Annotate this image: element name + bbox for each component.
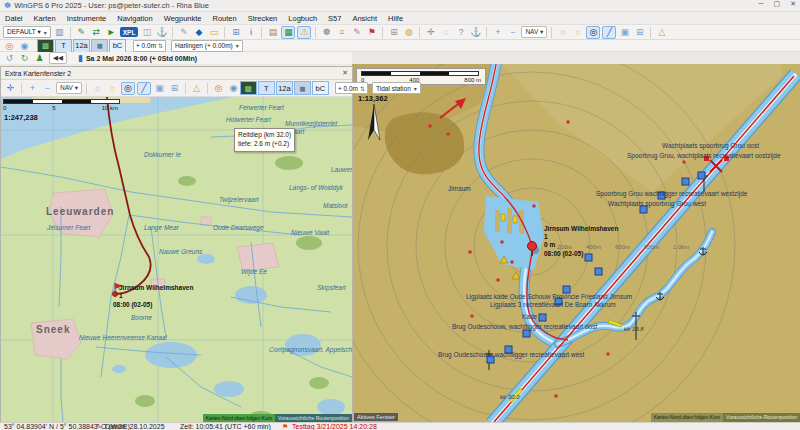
new-chart-window-icon[interactable]: ▣ xyxy=(618,26,631,38)
close-icon[interactable]: ✕ xyxy=(342,69,348,77)
gps-link-icon[interactable]: ⇄ xyxy=(90,26,103,38)
menu-item[interactable]: Datei xyxy=(5,14,23,23)
layers-icon[interactable]: ◉ xyxy=(18,40,31,52)
split-view-icon[interactable]: ⊞ xyxy=(387,26,400,38)
daylight-icon[interactable]: ☼ xyxy=(91,82,104,94)
tide-fill-toggle[interactable]: ■ xyxy=(294,81,311,95)
buoy-icon[interactable]: △ xyxy=(655,26,668,38)
menu-item[interactable]: Navigation xyxy=(117,14,152,23)
extra-window-icon[interactable]: ⊞ xyxy=(633,26,646,38)
tide-offset-spinner[interactable]: + 0.0m xyxy=(133,40,166,52)
close-button[interactable]: ✕ xyxy=(790,0,796,8)
harbour-icon[interactable]: ⚓ xyxy=(155,26,168,38)
tidal-station-dropdown[interactable]: Tidal station xyxy=(372,82,421,94)
follow-route-icon[interactable]: ╱ xyxy=(137,82,151,95)
tide-offset-spinner[interactable]: + 0.0m xyxy=(335,82,368,94)
mob-icon[interactable]: ✛ xyxy=(424,26,437,38)
skip-to-start-button[interactable]: ◀◀ xyxy=(49,52,67,64)
route-erase-icon[interactable]: ▭ xyxy=(207,26,220,38)
autopilot-icon[interactable]: ☸ xyxy=(320,26,333,38)
topo-map[interactable]: Ferwerter FeartHolwerter FeartStroobosse… xyxy=(1,97,352,423)
route-edit-icon[interactable]: ✎ xyxy=(177,26,190,38)
night-icon[interactable]: ☼ xyxy=(571,26,584,38)
minimize-button[interactable]: ─ xyxy=(759,0,764,8)
map-label: 08:00 (02-05) xyxy=(113,302,152,309)
profile-dropdown[interactable]: DEFAULT ▾ xyxy=(3,26,51,38)
maximize-button[interactable]: ▢ xyxy=(774,0,781,8)
chart-copy-icon[interactable]: ▣ xyxy=(153,82,166,94)
map-label: 08:00 (02-05) xyxy=(544,251,583,258)
main-chart-window[interactable]: Wachtplaats spoorbrug Grou oostSpoorbrug… xyxy=(352,64,800,422)
menu-item[interactable]: Logbuch xyxy=(288,14,317,23)
almanac-icon[interactable]: ▤ xyxy=(266,26,279,38)
zoom-out-icon[interactable]: − xyxy=(506,26,519,38)
tide-12-toggle[interactable]: 12a xyxy=(276,81,293,95)
tide-pattern-toggle[interactable]: ▩ xyxy=(240,81,257,95)
simulate-person-icon[interactable]: ♟ xyxy=(33,52,46,64)
menu-item[interactable]: Instrumente xyxy=(67,14,107,23)
menu-item[interactable]: Wegpunkte xyxy=(164,14,202,23)
tide-bc-toggle[interactable]: bC xyxy=(109,39,126,53)
tide-bc-toggle[interactable]: bC xyxy=(312,81,329,95)
zoom-in-icon[interactable]: + xyxy=(491,26,504,38)
time-slider-marker[interactable]: ▮ xyxy=(78,53,83,63)
flag-icon[interactable]: ⚑ xyxy=(365,26,378,38)
search-icon[interactable]: ◌ xyxy=(439,26,452,38)
extra-window-header[interactable]: Extra Kartenfenster 2 ✕ xyxy=(1,67,352,80)
tide-text-toggle[interactable]: T xyxy=(258,81,275,95)
tide-station-dropdown[interactable]: Harlingen (+ 0.00m) xyxy=(171,40,243,52)
chart-add-icon[interactable]: ⊞ xyxy=(168,82,181,94)
chart-scale-ratio: 1:13,362 xyxy=(358,94,388,103)
anchor-alarm-icon[interactable]: ⚓ xyxy=(469,26,482,38)
tooltip-line2: tiefe: 2.6 m (+0.2) xyxy=(238,140,291,149)
night-icon[interactable]: ☼ xyxy=(106,82,119,94)
ring-label: 200m xyxy=(557,244,572,250)
logbook-icon[interactable]: ≡ xyxy=(335,26,348,38)
map-label: Twijzelervaart xyxy=(219,197,259,204)
instrument-panel-icon[interactable]: ▥ xyxy=(53,26,66,38)
tide-12-toggle[interactable]: 12a xyxy=(73,39,90,53)
grib-icon[interactable]: ▦ xyxy=(281,26,295,39)
xpl-button[interactable]: XPL xyxy=(120,27,139,37)
menu-item[interactable]: Hilfe xyxy=(388,14,403,23)
help-icon[interactable]: ? xyxy=(454,26,467,38)
map-label: Langs- of Wolddyk xyxy=(289,185,343,192)
route-info-icon[interactable]: i xyxy=(244,26,257,38)
start-navigation-icon[interactable]: ► xyxy=(105,26,118,38)
nav-dropdown[interactable]: NAV ▾ xyxy=(56,82,82,94)
menu-item[interactable]: Routen xyxy=(213,14,237,23)
tide-fill-toggle[interactable]: ■ xyxy=(91,39,108,53)
zoom-out-icon[interactable]: − xyxy=(41,82,54,94)
route-plan-icon[interactable]: ✎ xyxy=(75,26,88,38)
layers-icon[interactable]: ◉ xyxy=(227,82,240,94)
center-vessel-icon[interactable]: ◎ xyxy=(586,26,600,39)
time-back-icon[interactable]: ↺ xyxy=(3,52,16,64)
extra-chart-window[interactable]: Extra Kartenfenster 2 ✕ ✛+−NAV ▾☼☼◎╱▣⊞△◎… xyxy=(0,66,353,422)
tide-text-toggle[interactable]: T xyxy=(55,39,72,53)
note-icon[interactable]: ✎ xyxy=(350,26,363,38)
predicted-position-icon[interactable]: ◎ xyxy=(3,40,16,52)
menu-item[interactable]: S57 xyxy=(328,14,341,23)
globe-icon[interactable]: ◍ xyxy=(402,26,415,38)
pan-icon[interactable]: ✛ xyxy=(4,82,17,94)
menu-item[interactable]: Strecken xyxy=(248,14,278,23)
toolbar-separator xyxy=(419,27,420,38)
zoom-in-icon[interactable]: + xyxy=(26,82,39,94)
nav-dropdown[interactable]: NAV ▾ xyxy=(521,26,547,38)
follow-ship-icon[interactable]: ◫ xyxy=(140,26,153,38)
course-up-icon[interactable]: ╱ xyxy=(602,26,616,39)
toolbar-separator xyxy=(21,83,22,94)
menu-item[interactable]: Ansicht xyxy=(352,14,377,23)
center-target-icon[interactable]: ◎ xyxy=(121,82,135,95)
daylight-icon[interactable]: ☼ xyxy=(556,26,569,38)
time-play-icon[interactable]: ↻ xyxy=(18,52,31,64)
menu-item[interactable]: Karten xyxy=(34,14,56,23)
map-label: Leeuwarden xyxy=(46,207,114,217)
buoy-icon[interactable]: △ xyxy=(190,82,203,94)
timeline-datetime: Sa 2 Mai 2026 8:00 (+ 0Std 00Min) xyxy=(86,55,197,62)
predicted-position-icon[interactable]: ◎ xyxy=(212,82,225,94)
tide-pattern-toggle[interactable]: ▩ xyxy=(37,39,54,53)
warning-icon[interactable]: ⚠ xyxy=(297,26,311,39)
route-copy-icon[interactable]: ⊞ xyxy=(229,26,242,38)
waypoint-icon[interactable]: ◆ xyxy=(192,26,205,38)
